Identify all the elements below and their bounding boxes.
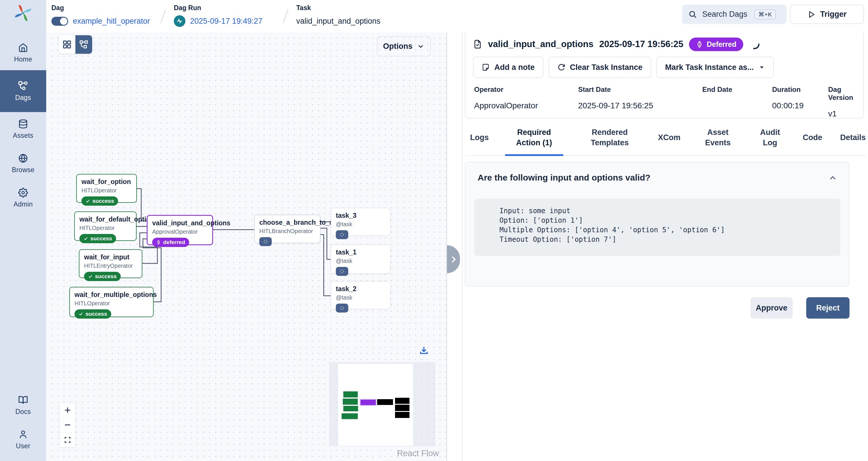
node-title: wait_for_option (82, 178, 132, 186)
sidebar-item-dags[interactable]: Dags (0, 70, 46, 112)
breadcrumb-dag: Dag example_hitl_operator (52, 4, 150, 27)
status-badge: success (74, 309, 111, 318)
task-node-wait-for-default-option[interactable]: wait_for_default_option HITLOperator suc… (74, 211, 136, 241)
meta-value: 00:00:19 (772, 101, 804, 110)
sidebar-item-label: Admin (13, 201, 33, 208)
approve-button[interactable]: Approve (750, 297, 793, 318)
status-badge-label: success (92, 198, 114, 204)
status-badge-label: success (95, 273, 117, 280)
task-node-valid-input-and-options[interactable]: valid_input_and_options ApprovalOperator… (147, 215, 213, 245)
task-instance-panel: valid_input_and_options 2025-09-17 19:56… (462, 27, 868, 461)
task-node-choose-a-branch-to-run[interactable]: choose_a_branch_to_run HITLBranchOperato… (254, 215, 320, 243)
dashed-circle-icon (340, 306, 344, 310)
add-note-button[interactable]: Add a note (473, 57, 544, 78)
minimap-node-success (343, 399, 358, 405)
meta-start-date: Start Date 2025-09-17 19:56:25 (578, 86, 653, 110)
node-title: valid_input_and_options (152, 219, 208, 227)
fit-view-button[interactable] (60, 432, 75, 447)
gear-icon (18, 188, 28, 197)
sidebar-item-label: Assets (13, 132, 33, 140)
clear-task-instance-button[interactable]: Clear Task Instance (549, 57, 651, 78)
grid-view-button[interactable] (59, 35, 75, 54)
user-icon (18, 430, 28, 439)
dashed-circle-icon (340, 269, 344, 274)
dag-link[interactable]: example_hitl_operator (73, 17, 150, 26)
search-dags-input[interactable]: Search Dags ⌘+K (682, 5, 786, 24)
tab-asset-events[interactable]: Asset Events (699, 120, 738, 155)
status-badge-label: success (90, 236, 112, 242)
meta-value: ApprovalOperator (474, 101, 538, 110)
task-node-task-3[interactable]: task_3 @task (331, 208, 391, 236)
dag-run-label: Dag Run (174, 4, 262, 12)
task-node-wait-for-input[interactable]: wait_for_input HITLEntryOperator success (79, 249, 142, 278)
download-icon (419, 345, 429, 356)
mark-task-instance-as-dropdown[interactable]: Mark Task Instance as... (656, 57, 774, 78)
meta-dag-version: Dag Version v1 (828, 86, 863, 118)
sidebar-item-user[interactable]: User (0, 423, 46, 457)
options-label: Options (383, 42, 413, 51)
tab-required-action[interactable]: Required Action (1) (507, 120, 562, 155)
tab-code[interactable]: Code (803, 120, 823, 155)
add-note-label: Add a note (494, 63, 535, 72)
sidebar-item-docs[interactable]: Docs (0, 388, 46, 423)
task-node-task-1[interactable]: task_1 @task (331, 244, 391, 274)
sidebar-item-label: Home (14, 56, 32, 63)
search-shortcut-kbd: ⌘+K (754, 9, 776, 19)
dag-run-link[interactable]: 2025-09-17 19:49:27 (190, 17, 262, 26)
minimap[interactable] (329, 362, 435, 446)
sidebar-item-admin[interactable]: Admin (0, 181, 46, 215)
no-status-badge (336, 304, 348, 312)
node-title: wait_for_input (84, 253, 137, 261)
meta-label: Start Date (578, 86, 653, 94)
download-graph-button[interactable] (419, 345, 429, 356)
sidebar-item-home[interactable]: Home (0, 36, 46, 70)
trigger-label: Trigger (820, 10, 847, 19)
tab-xcom[interactable]: XCom (658, 120, 681, 155)
minimap-node (395, 405, 409, 411)
refresh-icon (557, 63, 565, 71)
status-badge: success (84, 272, 121, 281)
dag-pause-toggle[interactable] (52, 17, 68, 26)
node-title: choose_a_branch_to_run (259, 219, 315, 226)
minimap-node-success (343, 391, 358, 397)
node-operator: @task (336, 294, 385, 301)
graph-options-dropdown[interactable]: Options (377, 36, 431, 56)
meta-label: Operator (474, 86, 538, 94)
task-instance-actions: Add a note Clear Task Instance Mark Task… (473, 57, 774, 78)
status-badge: success (82, 196, 118, 206)
minimap-node-deferred (360, 399, 376, 405)
database-icon (18, 119, 28, 129)
sidebar-item-assets[interactable]: Assets (0, 112, 46, 147)
status-badge-label: deferred (163, 239, 185, 246)
status-badge-label: success (86, 311, 107, 317)
task-node-task-2[interactable]: task_2 @task (331, 281, 391, 309)
task-node-wait-for-option[interactable]: wait_for_option HITLOperator success (76, 174, 137, 203)
meta-label: Duration (772, 86, 804, 94)
graph-view-button[interactable] (75, 35, 92, 54)
reject-button[interactable]: Reject (806, 297, 849, 318)
sidebar-item-label: Dags (15, 94, 31, 102)
tab-details[interactable]: Details (840, 120, 866, 155)
graph-canvas[interactable]: Options wait_for_option HITLOperator suc… (46, 32, 447, 461)
task-node-wait-for-multiple-options[interactable]: wait_for_multiple_options HITLOperator s… (69, 287, 154, 317)
meta-operator: Operator ApprovalOperator (474, 86, 538, 110)
task-instance-tabs: Logs Required Action (1) Rendered Templa… (465, 120, 866, 156)
collapse-card-button[interactable] (827, 172, 839, 184)
panel-resize-handle[interactable] (447, 245, 460, 273)
minimap-node (395, 398, 409, 404)
zoom-out-button[interactable] (60, 418, 75, 432)
trigger-button[interactable]: Trigger (790, 5, 864, 24)
toggle-knob (60, 18, 67, 25)
airflow-logo[interactable] (14, 4, 32, 22)
tab-logs[interactable]: Logs (470, 120, 489, 155)
task-instance-timestamp: 2025-09-17 19:56:25 (599, 39, 683, 50)
zoom-in-button[interactable] (60, 403, 75, 418)
task-document-icon (473, 38, 482, 50)
watch-icon (696, 41, 703, 48)
watch-icon (156, 240, 161, 245)
tab-audit-log[interactable]: Audit Log (755, 120, 785, 155)
zoom-controls (60, 403, 75, 447)
dag-run-state-icon (174, 15, 185, 27)
tab-rendered-templates[interactable]: Rendered Templates (580, 120, 640, 155)
sidebar-item-browse[interactable]: Browse (0, 147, 46, 181)
